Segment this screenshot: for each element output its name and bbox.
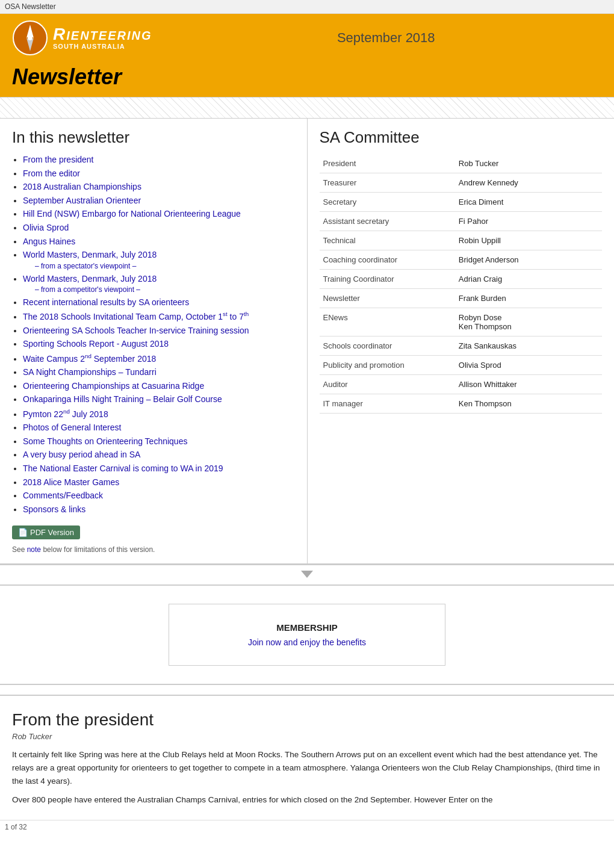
committee-name: Robyn DoseKen Thompson — [455, 308, 602, 336]
committee-name: Zita Sankauskas — [455, 336, 602, 356]
list-item: Some Thoughts on Orienteering Techniques — [23, 436, 295, 448]
list-item: Orienteering Championships at Casuarina … — [23, 380, 295, 392]
toc-link-onkaparinga[interactable]: Onkaparinga Hills Night Training – Belai… — [23, 394, 222, 404]
two-column-section: In this newsletter From the president Fr… — [0, 119, 614, 564]
committee-row: Publicity and promotionOlivia Sprod — [320, 356, 603, 375]
list-item: From the president — [23, 154, 295, 166]
committee-column: SA Committee PresidentRob TuckerTreasure… — [308, 119, 615, 563]
toc-link-teacher-training[interactable]: Orienteering SA Schools Teacher In-servi… — [23, 326, 249, 335]
committee-name: Ken Thompson — [455, 394, 602, 414]
newsletter-title-bar: Newsletter — [0, 62, 614, 97]
list-item: 2018 Alice Master Games — [23, 477, 295, 489]
toc-link-busy-period[interactable]: A very busy period ahead in SA — [23, 450, 140, 459]
membership-title: MEMBERSHIP — [181, 622, 433, 633]
list-item: Angus Haines — [23, 236, 295, 248]
president-section: From the president Rob Tucker It certain… — [0, 696, 614, 819]
list-item: Olivia Sprod — [23, 222, 295, 234]
committee-name: Erica Diment — [455, 193, 602, 212]
toc-sub-item: – from a competitor's viewpoint – — [35, 285, 295, 295]
committee-role: Publicity and promotion — [320, 356, 455, 375]
toc-link-alice-masters[interactable]: 2018 Alice Master Games — [23, 477, 119, 487]
membership-box: MEMBERSHIP Join now and enjoy the benefi… — [169, 604, 445, 666]
toc-link-world-masters-2-sub[interactable]: – from a competitor's viewpoint – — [35, 285, 140, 294]
committee-role: ENews — [320, 308, 455, 336]
committee-row: AuditorAllison Whittaker — [320, 375, 603, 394]
president-para-2: Over 800 people have entered the Austral… — [12, 793, 602, 807]
toc-link-world-masters-2[interactable]: World Masters, Denmark, July 2018 — [23, 274, 157, 284]
triangle-icon — [301, 571, 313, 578]
committee-name: Adrian Craig — [455, 270, 602, 289]
toc-link-schools-camp[interactable]: The 2018 Schools Invitational Team Camp,… — [23, 312, 249, 321]
newsletter-toc-column: In this newsletter From the president Fr… — [0, 119, 308, 563]
list-item: Pymton 22nd July 2018 — [23, 408, 295, 420]
list-item: Photos of General Interest — [23, 422, 295, 434]
list-item: Onkaparinga Hills Night Training – Belai… — [23, 394, 295, 406]
list-item: Waite Campus 2nd September 2018 — [23, 352, 295, 365]
toc-link-casuarina[interactable]: Orienteering Championships at Casuarina … — [23, 381, 204, 391]
list-item: The National Easter Carnival is coming t… — [23, 463, 295, 475]
list-item: World Masters, Denmark, July 2018 – from… — [23, 273, 295, 295]
membership-link[interactable]: Join now and enjoy the benefits — [248, 637, 366, 647]
committee-table: PresidentRob TuckerTreasurerAndrew Kenne… — [320, 154, 603, 414]
toc-link-hill-end[interactable]: Hill End (NSW) Embargo for National Orie… — [23, 209, 241, 219]
toc-link-president[interactable]: From the president — [23, 155, 94, 164]
committee-row: TechnicalRobin Uppill — [320, 231, 603, 250]
list-item: Hill End (NSW) Embargo for National Orie… — [23, 208, 295, 220]
committee-row: NewsletterFrank Burden — [320, 289, 603, 308]
toc-link-sep-orienteer[interactable]: September Australian Orienteer — [23, 196, 141, 205]
president-byline: Rob Tucker — [12, 732, 602, 741]
toc-link-sponsors[interactable]: Sponsors & links — [23, 504, 85, 514]
committee-row: IT managerKen Thompson — [320, 394, 603, 414]
list-item: From the editor — [23, 168, 295, 180]
committee-row: SecretaryErica Diment — [320, 193, 603, 212]
toc-link-photos[interactable]: Photos of General Interest — [23, 423, 121, 432]
toc-link-easter-carnival[interactable]: The National Easter Carnival is coming t… — [23, 463, 223, 473]
toc-link-waite-campus[interactable]: Waite Campus 2nd September 2018 — [23, 354, 156, 364]
list-item: September Australian Orienteer — [23, 195, 295, 207]
toc-link-some-thoughts[interactable]: Some Thoughts on Orienteering Techniques — [23, 436, 187, 446]
committee-name: Olivia Sprod — [455, 356, 602, 375]
toc-sub-item: – from a spectator's viewpoint – — [35, 261, 295, 271]
committee-name: Rob Tucker — [455, 154, 602, 173]
toc-link-aus-champs[interactable]: 2018 Australian Championships — [23, 182, 141, 191]
toc-link-angus[interactable]: Angus Haines — [23, 237, 75, 246]
committee-role: Auditor — [320, 375, 455, 394]
browser-tab: OSA Newsletter — [0, 0, 614, 14]
list-item: 2018 Australian Championships — [23, 181, 295, 193]
toc-link-sporting-schools[interactable]: Sporting Schools Report - August 2018 — [23, 339, 169, 349]
bottom-divider — [0, 684, 614, 696]
list-item: Orienteering SA Schools Teacher In-servi… — [23, 325, 295, 337]
toc-link-world-masters-1[interactable]: World Masters, Denmark, July 2018 — [23, 250, 157, 259]
toc-link-pymton[interactable]: Pymton 22nd July 2018 — [23, 409, 108, 419]
logo-text: RIENTEERING SOUTH AUSTRALIA — [53, 26, 152, 50]
committee-row: ENewsRobyn DoseKen Thompson — [320, 308, 603, 336]
tab-title: OSA Newsletter — [5, 2, 56, 11]
list-item: Comments/Feedback — [23, 490, 295, 502]
committee-name: Bridget Anderson — [455, 250, 602, 270]
page-header: RIENTEERING SOUTH AUSTRALIA September 20… — [0, 14, 614, 62]
committee-name: Frank Burden — [455, 289, 602, 308]
toc-link-comments[interactable]: Comments/Feedback — [23, 491, 103, 500]
committee-role: Newsletter — [320, 289, 455, 308]
pdf-note-link[interactable]: note — [27, 545, 41, 554]
pdf-version-button[interactable]: 📄 PDF Version — [12, 525, 80, 539]
pdf-note: See note below for limitations of this v… — [12, 545, 295, 554]
header-month: September 2018 — [170, 30, 602, 46]
committee-role: Schools coordinator — [320, 336, 455, 356]
committee-role: Treasurer — [320, 173, 455, 193]
committee-name: Allison Whittaker — [455, 375, 602, 394]
list-item: Sporting Schools Report - August 2018 — [23, 338, 295, 350]
decorative-banner — [0, 97, 614, 119]
toc-link-intl-results[interactable]: Recent international results by SA orien… — [23, 297, 189, 307]
committee-role: Coaching coordinator — [320, 250, 455, 270]
logo-box: RIENTEERING SOUTH AUSTRALIA — [12, 20, 152, 56]
list-item: Recent international results by SA orien… — [23, 297, 295, 309]
committee-role: Technical — [320, 231, 455, 250]
toc-link-olivia[interactable]: Olivia Sprod — [23, 223, 69, 232]
toc-link-world-masters-1-sub[interactable]: – from a spectator's viewpoint – — [35, 262, 136, 270]
toc-link-editor[interactable]: From the editor — [23, 169, 80, 178]
toc-link-sa-night[interactable]: SA Night Championships – Tundarri — [23, 367, 157, 377]
list-item: SA Night Championships – Tundarri — [23, 367, 295, 379]
committee-title: SA Committee — [320, 128, 603, 147]
pdf-label: PDF Version — [30, 528, 74, 537]
